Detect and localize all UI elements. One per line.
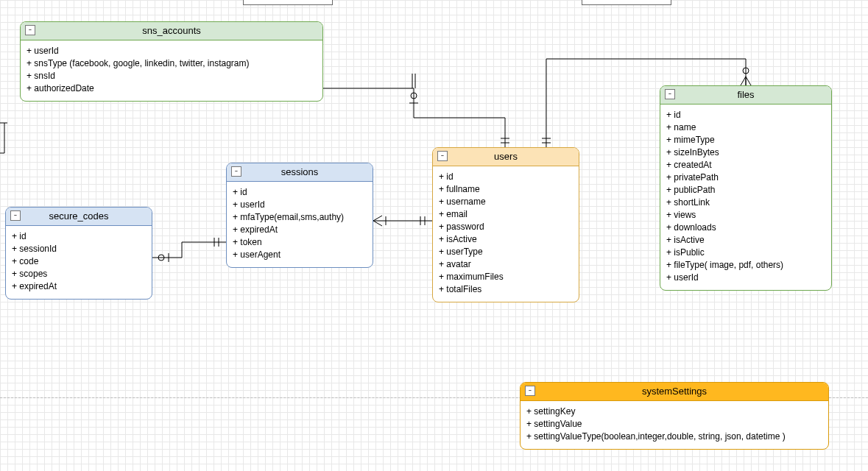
entity-title: - files (660, 86, 831, 105)
entity-users[interactable]: - users id fullname username email passw… (432, 147, 579, 302)
entity-field: settingValueType(boolean,integer,double,… (526, 431, 822, 443)
diagram-canvas[interactable]: - sns_accounts userId snsType (facebook,… (0, 0, 868, 471)
entity-field: isActive (666, 234, 825, 247)
entity-field: shortLink (666, 196, 825, 209)
entity-field: isPublic (666, 247, 825, 259)
entity-sessions[interactable]: - sessions id userId mfaType(email,sms,a… (226, 163, 373, 268)
entity-field: createdAt (666, 159, 825, 171)
entity-secure-codes[interactable]: - secure_codes id sessionId code scopes … (5, 207, 152, 300)
entity-field: expiredAt (233, 224, 367, 236)
entity-title-text: secure_codes (49, 210, 109, 222)
entity-field: email (439, 208, 573, 221)
offscreen-entity-stub-left (243, 0, 333, 5)
collapse-icon[interactable]: - (665, 89, 675, 99)
entity-field: avatar (439, 258, 573, 271)
entity-field: isActive (439, 233, 573, 246)
entity-field: password (439, 221, 573, 233)
collapse-icon[interactable]: - (10, 210, 21, 221)
entity-title-text: sns_accounts (142, 25, 201, 36)
entity-field: scopes (12, 268, 146, 280)
entity-field: mimeType (666, 134, 825, 146)
entity-field: downloads (666, 222, 825, 234)
entity-field: sessionId (12, 243, 146, 255)
entity-field: id (666, 109, 825, 121)
entity-field: fileType( image, pdf, others) (666, 259, 825, 272)
entity-field: userId (233, 199, 367, 211)
entity-field: maximumFiles (439, 271, 573, 283)
entity-field: publicPath (666, 184, 825, 196)
entity-field-list: userId snsType (facebook, google, linked… (21, 40, 322, 101)
entity-field: userAgent (233, 249, 367, 261)
entity-files[interactable]: - files id name mimeType sizeInBytes cre… (660, 85, 832, 291)
entity-field: username (439, 196, 573, 208)
entity-title: - sns_accounts (21, 22, 322, 40)
entity-field: id (439, 171, 573, 183)
offscreen-entity-stub-right (582, 0, 671, 5)
entity-field: settingValue (526, 418, 822, 431)
entity-field: authorizedDate (27, 82, 317, 95)
entity-title: - secure_codes (6, 208, 152, 226)
entity-field: mfaType(email,sms,authy) (233, 211, 367, 224)
entity-field-list: id sessionId code scopes expiredAt (6, 226, 152, 299)
entity-title-text: sessions (281, 166, 319, 177)
entity-system-settings[interactable]: - systemSettings settingKeysettingValues… (520, 382, 829, 450)
entity-field: settingKey (526, 406, 822, 418)
entity-field: token (233, 236, 367, 249)
entity-field: sizeInBytes (666, 146, 825, 159)
entity-field: expiredAt (12, 280, 146, 293)
entity-field: totalFiles (439, 283, 573, 296)
entity-title-text: systemSettings (642, 386, 707, 397)
entity-field: userId (666, 272, 825, 284)
entity-field: snsType (facebook, google, linkedin, twi… (27, 57, 317, 70)
entity-title: - systemSettings (521, 383, 828, 401)
entity-field: privatePath (666, 171, 825, 184)
entity-field: userId (27, 45, 317, 57)
entity-title: - sessions (227, 163, 373, 182)
entity-field: views (666, 209, 825, 222)
collapse-icon[interactable]: - (231, 166, 241, 177)
entity-field: code (12, 255, 146, 268)
entity-title: - users (433, 148, 579, 166)
collapse-icon[interactable]: - (437, 151, 448, 161)
entity-field: snsId (27, 70, 317, 82)
entity-field: fullname (439, 183, 573, 196)
entity-title-text: files (737, 89, 754, 100)
entity-sns-accounts[interactable]: - sns_accounts userId snsType (facebook,… (20, 21, 323, 102)
entity-field-list: id fullname username email password isAc… (433, 166, 579, 302)
entity-field-list: id name mimeType sizeInBytes createdAt p… (660, 105, 831, 290)
entity-field-list: id userId mfaType(email,sms,authy) expir… (227, 182, 373, 267)
entity-field: id (12, 230, 146, 243)
collapse-icon[interactable]: - (525, 386, 535, 396)
entity-title-text: users (494, 151, 518, 162)
collapse-icon[interactable]: - (25, 25, 35, 35)
entity-field: id (233, 186, 367, 199)
entity-field: name (666, 121, 825, 134)
entity-field: userType (439, 246, 573, 258)
entity-field-list: settingKeysettingValuesettingValueType(b… (521, 401, 828, 449)
